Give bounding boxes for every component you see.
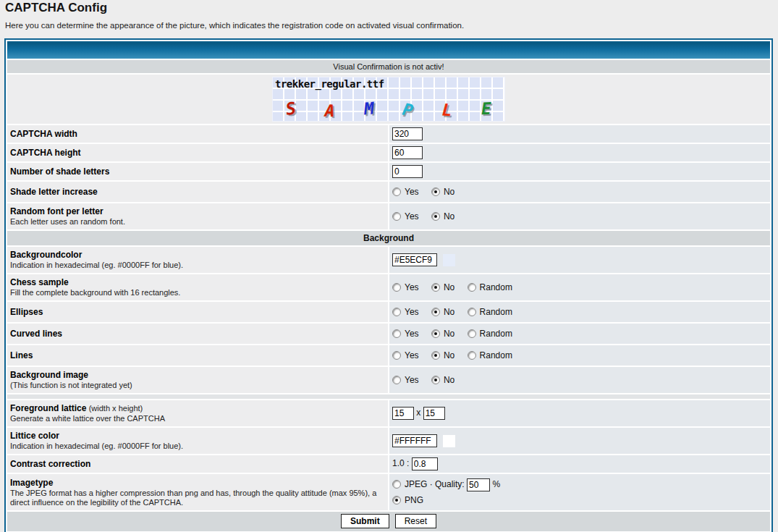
- jpeg-quality-percent: %: [492, 479, 500, 489]
- chess-sample-label: Chess sample: [10, 277, 384, 287]
- reset-button[interactable]: Reset: [395, 514, 436, 528]
- ellipses-yes-label: Yes: [405, 307, 419, 317]
- captcha-letter: A: [324, 101, 335, 120]
- curved-lines-random-radio[interactable]: [468, 329, 476, 338]
- status-banner: Visual Confirmation is not activ!: [7, 60, 770, 73]
- section-spacer: [7, 394, 770, 399]
- ellipses-random-label: Random: [480, 307, 512, 317]
- ellipses-no-radio[interactable]: [431, 308, 440, 316]
- captcha-width-label: CAPTCHA width: [10, 129, 384, 139]
- ellipses-label: Ellipses: [10, 307, 384, 317]
- chess-sample-yes-label: Yes: [405, 282, 419, 292]
- imagetype-jpeg-label: JPEG · Quality:: [405, 479, 465, 489]
- shade-increase-no-radio[interactable]: [431, 187, 440, 196]
- curved-lines-yes-label: Yes: [405, 329, 419, 339]
- captcha-preview-image: trekker_regular.ttf S A M P L E: [273, 77, 504, 121]
- captcha-letter: M: [363, 98, 375, 118]
- background-image-yes-radio[interactable]: [392, 376, 401, 384]
- random-font-label: Random font per letter: [10, 206, 384, 216]
- foreground-lattice-sub: Generate a white lattice over the CAPTCH…: [10, 414, 384, 423]
- lines-label: Lines: [10, 350, 384, 360]
- shade-increase-yes-label: Yes: [405, 187, 419, 197]
- shade-letters-input[interactable]: [392, 165, 423, 178]
- background-color-swatch: [443, 254, 455, 266]
- section-header-background: Background: [7, 231, 770, 245]
- captcha-letter: L: [441, 101, 453, 120]
- lattice-separator: x: [416, 408, 420, 418]
- curved-lines-no-radio[interactable]: [431, 329, 440, 338]
- captcha-sample-letters: S A M P L E: [273, 99, 504, 118]
- captcha-width-input[interactable]: [392, 127, 423, 140]
- background-color-sub: Indication in hexadecimal (eg. #0000FF f…: [10, 261, 384, 270]
- chess-sample-yes-radio[interactable]: [392, 283, 401, 292]
- lattice-color-sub: Indication in hexadecimal (eg. #0000FF f…: [10, 442, 384, 451]
- imagetype-png-radio[interactable]: [392, 496, 401, 504]
- curved-lines-no-label: No: [444, 329, 454, 339]
- imagetype-png-label: PNG: [405, 495, 423, 505]
- background-image-no-radio[interactable]: [431, 376, 440, 384]
- page-description: Here you can determine the appearance of…: [5, 21, 778, 30]
- page-title: CAPTCHA Config: [5, 0, 778, 15]
- lattice-color-label: Littice color: [10, 431, 384, 441]
- chess-sample-no-label: No: [444, 282, 454, 292]
- lines-random-label: Random: [480, 350, 512, 360]
- captcha-letter: P: [401, 100, 415, 120]
- jpeg-quality-input[interactable]: [467, 478, 490, 491]
- foreground-lattice-label: Foreground lattice: [10, 403, 86, 413]
- random-font-no-label: No: [444, 211, 454, 221]
- random-font-sub: Each letter uses an random font.: [10, 217, 384, 227]
- captcha-height-input[interactable]: [392, 146, 423, 159]
- background-color-input[interactable]: [392, 253, 437, 266]
- chess-sample-no-radio[interactable]: [431, 283, 440, 292]
- lines-no-label: No: [444, 350, 454, 360]
- curved-lines-random-label: Random: [480, 329, 512, 339]
- contrast-label: Contrast correction: [10, 459, 384, 469]
- shade-increase-no-label: No: [444, 187, 454, 197]
- background-image-label: Background image: [10, 370, 384, 380]
- lattice-color-swatch: [443, 435, 455, 447]
- captcha-preview-row: trekker_regular.ttf S A M P L E: [7, 75, 770, 124]
- ellipses-random-radio[interactable]: [468, 308, 476, 316]
- chess-sample-random-radio[interactable]: [468, 283, 476, 292]
- lines-no-radio[interactable]: [431, 351, 440, 360]
- background-color-label: Backgroundcolor: [10, 250, 384, 260]
- lines-random-radio[interactable]: [468, 351, 476, 360]
- foreground-lattice-note: (width x height): [89, 404, 143, 413]
- background-image-no-label: No: [444, 375, 454, 385]
- lines-yes-radio[interactable]: [392, 351, 401, 360]
- submit-button[interactable]: Submit: [341, 514, 389, 528]
- curved-lines-label: Curved lines: [10, 329, 384, 339]
- curved-lines-yes-radio[interactable]: [392, 329, 401, 338]
- chess-sample-sub: Fill the complete background with 16 rec…: [10, 288, 384, 297]
- shade-increase-yes-radio[interactable]: [392, 187, 401, 196]
- form-footer: SubmitReset: [7, 512, 770, 531]
- imagetype-label: Imagetype: [10, 478, 384, 488]
- random-font-yes-radio[interactable]: [392, 212, 401, 221]
- ellipses-yes-radio[interactable]: [392, 308, 401, 316]
- contrast-prefix: 1.0 :: [392, 458, 409, 468]
- captcha-letter: S: [284, 98, 297, 119]
- captcha-config-table: Visual Confirmation is not activ! trekke…: [4, 38, 773, 532]
- imagetype-jpeg-radio[interactable]: [392, 480, 401, 489]
- captcha-font-name: trekker_regular.ttf: [275, 78, 384, 90]
- ellipses-no-label: No: [444, 307, 454, 317]
- shade-increase-label: Shade letter increase: [10, 187, 384, 197]
- imagetype-sub: The JPEG format has a higher compression…: [10, 489, 384, 507]
- random-font-yes-label: Yes: [405, 211, 419, 221]
- table-header-bar: [7, 41, 770, 59]
- lattice-width-input[interactable]: [392, 407, 414, 420]
- random-font-no-radio[interactable]: [431, 212, 440, 221]
- background-image-sub: (This function is not integrated yet): [10, 381, 384, 390]
- contrast-input[interactable]: [412, 457, 438, 470]
- lines-yes-label: Yes: [405, 350, 419, 360]
- shade-letters-label: Number of shade letters: [10, 166, 384, 177]
- background-image-yes-label: Yes: [405, 375, 419, 385]
- lattice-height-input[interactable]: [423, 407, 445, 420]
- captcha-letter: E: [481, 99, 492, 118]
- captcha-height-label: CAPTCHA height: [10, 148, 384, 158]
- lattice-color-input[interactable]: [392, 434, 437, 447]
- chess-sample-random-label: Random: [480, 282, 512, 292]
